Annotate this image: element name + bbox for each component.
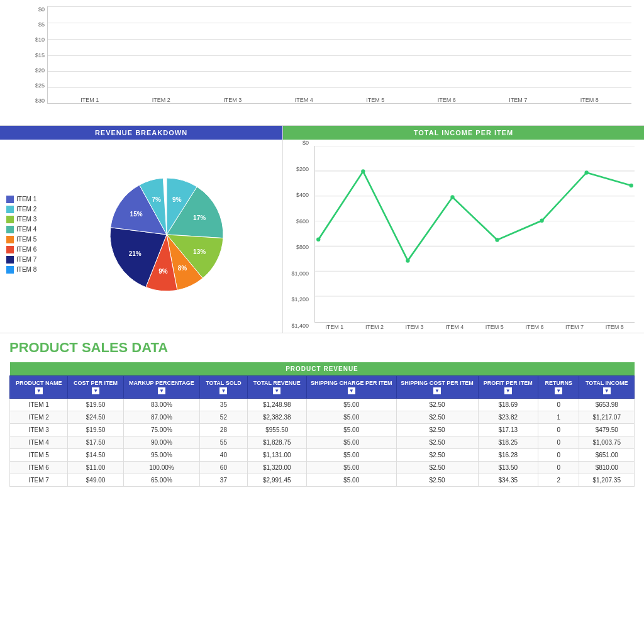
table-cell-r3-c10: $479.50	[579, 424, 635, 436]
table-cell-r7-c9: 2	[538, 474, 579, 487]
table-col-1: PRODUCT NAME ▼	[10, 376, 68, 399]
line-x-label-7: ITEM 7	[565, 324, 584, 330]
table-cell-r7-c1: ITEM 7	[10, 474, 68, 487]
line-chart-svg	[315, 146, 635, 322]
table-col-4: TOTAL SOLD ▼	[200, 376, 248, 399]
table-cell-r6-c7: $2.50	[396, 462, 478, 474]
product-sales-header: PRODUCT SALES DATA	[0, 333, 644, 359]
bar-group-2: ITEM 2	[126, 95, 197, 103]
table-cell-r3-c9: 0	[538, 424, 579, 436]
table-cell-r6-c1: ITEM 6	[10, 462, 68, 474]
bar-label-3: ITEM 3	[223, 97, 242, 103]
legend-label-1: ITEM 1	[16, 196, 36, 203]
pie-chart: 9%17%13%8%9%21%15%7%	[104, 172, 230, 297]
legend-color-3	[6, 216, 14, 223]
table-cell-r6-c2: $11.00	[68, 462, 123, 474]
table-cell-r3-c1: ITEM 3	[10, 424, 68, 436]
table-cell-r5-c1: ITEM 5	[10, 449, 68, 462]
bar-group-1: ITEM 1	[54, 95, 126, 103]
line-x-label-4: ITEM 4	[445, 324, 464, 330]
table-cell-r3-c4: 28	[200, 424, 248, 436]
table-cell-r1-c1: ITEM 1	[10, 399, 68, 411]
table-row: ITEM 7$49.0065.00%37$2,991.45$5.00$2.50$…	[10, 474, 635, 487]
table-cell-r1-c9: 0	[538, 399, 579, 411]
table-cell-r5-c8: $16.28	[478, 449, 538, 462]
table-col-7: SHIPPING COST PER ITEM ▼	[396, 376, 478, 399]
filter-icon-2[interactable]: ▼	[92, 387, 99, 394]
filter-icon-4[interactable]: ▼	[219, 387, 227, 394]
pie-label-5: 9%	[158, 268, 168, 275]
table-cell-r7-c5: $2,991.45	[247, 474, 306, 487]
legend-label-7: ITEM 7	[16, 256, 36, 263]
line-dot-7	[584, 170, 588, 174]
table-cell-r4-c4: 55	[200, 436, 248, 449]
table-cell-r2-c1: ITEM 2	[10, 411, 68, 424]
legend-item-6: ITEM 6	[6, 246, 57, 253]
table-cell-r6-c5: $1,320.00	[247, 462, 306, 474]
table-cell-r2-c5: $2,382.38	[247, 411, 306, 424]
table-cell-r7-c7: $2.50	[396, 474, 478, 487]
line-chart	[314, 146, 635, 323]
table-cell-r7-c3: 65.00%	[123, 474, 199, 487]
legend-label-2: ITEM 2	[16, 206, 36, 213]
line-chart-polyline	[318, 172, 631, 261]
income-header: TOTAL INCOME PER ITEM	[283, 126, 644, 140]
filter-icon-1[interactable]: ▼	[35, 387, 43, 394]
line-dot-1	[316, 238, 320, 242]
table-cell-r1-c2: $19.50	[68, 399, 123, 411]
table-cell-r4-c3: 90.00%	[123, 436, 199, 449]
table-cell-r5-c9: 0	[538, 449, 579, 462]
table-cell-r6-c10: $810.00	[579, 462, 635, 474]
pie-chart-container: 9%17%13%8%9%21%15%7%	[57, 146, 276, 323]
table-cell-r1-c6: $5.00	[306, 399, 396, 411]
table-cell-r5-c5: $1,131.00	[247, 449, 306, 462]
table-cell-r4-c8: $18.25	[478, 436, 538, 449]
table-cell-r3-c6: $5.00	[306, 424, 396, 436]
line-dot-3	[406, 258, 409, 262]
line-x-label-8: ITEM 8	[606, 324, 624, 330]
bar-label-8: ITEM 8	[580, 97, 599, 103]
bar-group-7: ITEM 7	[482, 95, 554, 103]
table-cell-r7-c8: $34.35	[478, 474, 538, 487]
table-cell-r3-c7: $2.50	[396, 424, 478, 436]
filter-icon-6[interactable]: ▼	[348, 387, 355, 394]
filter-icon-3[interactable]: ▼	[158, 387, 165, 394]
line-x-labels: ITEM 1ITEM 2ITEM 3ITEM 4ITEM 5ITEM 6ITEM…	[314, 324, 635, 330]
table-cell-r4-c2: $17.50	[68, 436, 123, 449]
filter-icon-8[interactable]: ▼	[504, 387, 512, 394]
legend-item-4: ITEM 4	[6, 226, 57, 233]
table-row: ITEM 4$17.5090.00%55$1,828.75$5.00$2.50$…	[10, 436, 635, 449]
bar-label-5: ITEM 5	[366, 97, 384, 103]
bar-group-5: ITEM 5	[340, 95, 411, 103]
table-cell-r5-c2: $14.50	[68, 449, 123, 462]
table-cell-r6-c9: 0	[538, 462, 579, 474]
legend-label-3: ITEM 3	[16, 216, 36, 223]
table-row: ITEM 5$14.5095.00%40$1,131.00$5.00$2.50$…	[10, 449, 635, 462]
bar-label-6: ITEM 6	[438, 97, 456, 103]
legend-item-3: ITEM 3	[6, 216, 57, 223]
bar-group-3: ITEM 3	[197, 95, 269, 103]
line-x-label-5: ITEM 5	[486, 324, 504, 330]
legend-color-1	[6, 196, 14, 203]
table-cell-r4-c6: $5.00	[306, 436, 396, 449]
table-cell-r3-c2: $19.50	[68, 424, 123, 436]
table-cell-r1-c4: 35	[200, 399, 248, 411]
table-row: ITEM 3$19.5075.00%28$955.50$5.00$2.50$17…	[10, 424, 635, 436]
line-x-label-1: ITEM 1	[325, 324, 343, 330]
pie-label-3: 13%	[193, 248, 206, 255]
table-cell-r5-c7: $2.50	[396, 449, 478, 462]
table-cell-r1-c5: $1,248.98	[247, 399, 306, 411]
table-cell-r3-c5: $955.50	[247, 424, 306, 436]
legend-color-7	[6, 256, 14, 264]
legend-color-5	[6, 236, 14, 243]
table-col-10: TOTAL INCOME ▼	[579, 376, 635, 399]
filter-icon-7[interactable]: ▼	[433, 387, 441, 394]
table-cell-r5-c6: $5.00	[306, 449, 396, 462]
filter-icon-5[interactable]: ▼	[273, 387, 280, 394]
filter-icon-10[interactable]: ▼	[603, 387, 611, 394]
table-cell-r2-c6: $5.00	[306, 411, 396, 424]
line-x-label-2: ITEM 2	[365, 324, 384, 330]
table-cell-r1-c8: $18.69	[478, 399, 538, 411]
filter-icon-9[interactable]: ▼	[555, 387, 562, 394]
legend-label-5: ITEM 5	[16, 236, 36, 243]
